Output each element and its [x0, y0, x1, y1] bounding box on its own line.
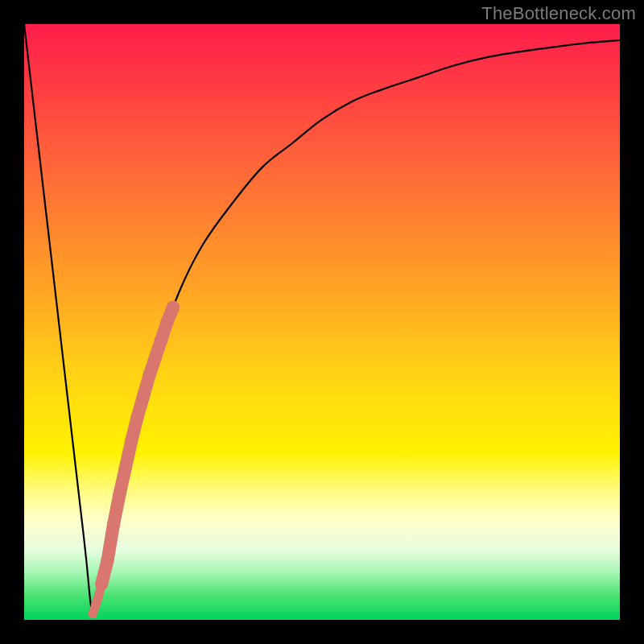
- chart-svg: [24, 24, 620, 620]
- svg-point-18: [131, 411, 144, 423]
- svg-point-20: [142, 369, 155, 382]
- svg-point-22: [155, 333, 167, 346]
- svg-point-23: [161, 316, 174, 328]
- attribution-text: TheBottleneck.com: [481, 3, 636, 24]
- svg-point-16: [119, 461, 132, 474]
- chart-frame: TheBottleneck.com: [0, 0, 644, 644]
- svg-point-13: [101, 554, 114, 567]
- svg-point-14: [107, 518, 120, 531]
- svg-point-31: [97, 580, 106, 588]
- svg-point-29: [91, 601, 100, 609]
- svg-point-24: [167, 301, 180, 314]
- svg-point-28: [89, 609, 97, 618]
- svg-point-30: [94, 592, 103, 601]
- svg-point-21: [149, 351, 162, 364]
- svg-point-17: [125, 435, 138, 448]
- highlight-bead-segment: [95, 301, 180, 591]
- svg-point-19: [137, 390, 150, 403]
- svg-point-15: [113, 489, 126, 502]
- plot-area: [24, 24, 620, 620]
